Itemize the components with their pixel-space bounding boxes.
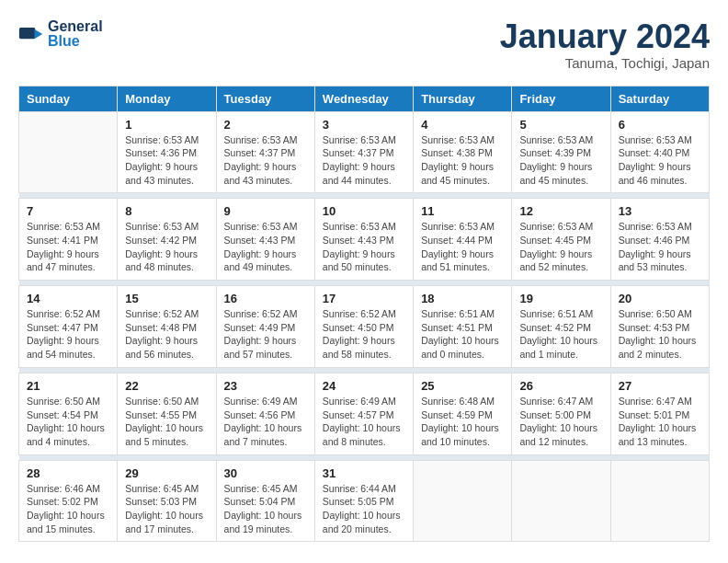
- day-number: 9: [224, 204, 307, 218]
- day-number: 3: [323, 118, 405, 132]
- day-header-sunday: Sunday: [19, 86, 118, 111]
- calendar-cell: 5Sunrise: 6:53 AM Sunset: 4:39 PM Daylig…: [512, 111, 610, 193]
- day-header-friday: Friday: [512, 86, 610, 111]
- logo-icon: [18, 21, 44, 47]
- day-number: 23: [224, 379, 307, 393]
- calendar-cell: [512, 460, 610, 542]
- day-detail: Sunrise: 6:53 AM Sunset: 4:43 PM Dayligh…: [224, 220, 307, 274]
- day-detail: Sunrise: 6:46 AM Sunset: 5:02 PM Dayligh…: [27, 482, 109, 536]
- day-detail: Sunrise: 6:49 AM Sunset: 4:57 PM Dayligh…: [323, 395, 405, 449]
- day-detail: Sunrise: 6:53 AM Sunset: 4:37 PM Dayligh…: [323, 133, 405, 188]
- day-number: 5: [519, 118, 602, 132]
- day-number: 27: [619, 379, 701, 393]
- day-detail: Sunrise: 6:52 AM Sunset: 4:49 PM Dayligh…: [224, 307, 307, 362]
- calendar-cell: [19, 111, 118, 193]
- calendar-cell: 31Sunrise: 6:44 AM Sunset: 5:05 PM Dayli…: [314, 460, 413, 542]
- calendar-cell: 12Sunrise: 6:53 AM Sunset: 4:45 PM Dayli…: [512, 199, 610, 281]
- calendar-week-row: 28Sunrise: 6:46 AM Sunset: 5:02 PM Dayli…: [19, 460, 710, 542]
- day-detail: Sunrise: 6:45 AM Sunset: 5:03 PM Dayligh…: [125, 482, 208, 536]
- day-number: 13: [619, 204, 701, 218]
- day-detail: Sunrise: 6:53 AM Sunset: 4:46 PM Dayligh…: [619, 220, 701, 274]
- day-detail: Sunrise: 6:50 AM Sunset: 4:54 PM Dayligh…: [27, 395, 109, 449]
- calendar-week-row: 7Sunrise: 6:53 AM Sunset: 4:41 PM Daylig…: [19, 199, 710, 281]
- day-detail: Sunrise: 6:53 AM Sunset: 4:43 PM Dayligh…: [323, 220, 405, 274]
- day-number: 28: [27, 466, 109, 480]
- calendar-cell: 21Sunrise: 6:50 AM Sunset: 4:54 PM Dayli…: [19, 373, 118, 454]
- day-detail: Sunrise: 6:45 AM Sunset: 5:04 PM Dayligh…: [224, 482, 307, 536]
- calendar-cell: 27Sunrise: 6:47 AM Sunset: 5:01 PM Dayli…: [610, 373, 709, 454]
- calendar-cell: 2Sunrise: 6:53 AM Sunset: 4:37 PM Daylig…: [216, 111, 314, 193]
- svg-marker-1: [35, 29, 43, 40]
- day-detail: Sunrise: 6:51 AM Sunset: 4:52 PM Dayligh…: [519, 307, 602, 362]
- calendar-cell: [414, 460, 512, 542]
- day-number: 8: [125, 204, 208, 218]
- day-detail: Sunrise: 6:53 AM Sunset: 4:36 PM Dayligh…: [125, 133, 208, 188]
- day-number: 21: [27, 379, 109, 393]
- day-number: 16: [224, 292, 307, 305]
- calendar-cell: 10Sunrise: 6:53 AM Sunset: 4:43 PM Dayli…: [314, 199, 413, 281]
- day-detail: Sunrise: 6:53 AM Sunset: 4:40 PM Dayligh…: [619, 133, 701, 188]
- day-header-wednesday: Wednesday: [314, 86, 413, 111]
- day-number: 19: [519, 292, 602, 305]
- month-title: January 2024: [500, 18, 710, 55]
- calendar-cell: 20Sunrise: 6:50 AM Sunset: 4:53 PM Dayli…: [610, 286, 709, 368]
- calendar-week-row: 1Sunrise: 6:53 AM Sunset: 4:36 PM Daylig…: [19, 111, 710, 193]
- day-number: 24: [323, 379, 405, 393]
- calendar-cell: 8Sunrise: 6:53 AM Sunset: 4:42 PM Daylig…: [118, 199, 216, 281]
- calendar-cell: 4Sunrise: 6:53 AM Sunset: 4:38 PM Daylig…: [414, 111, 512, 193]
- calendar-cell: 11Sunrise: 6:53 AM Sunset: 4:44 PM Dayli…: [414, 199, 512, 281]
- calendar-cell: 30Sunrise: 6:45 AM Sunset: 5:04 PM Dayli…: [216, 460, 314, 542]
- calendar-cell: 1Sunrise: 6:53 AM Sunset: 4:36 PM Daylig…: [118, 111, 216, 193]
- day-detail: Sunrise: 6:53 AM Sunset: 4:45 PM Dayligh…: [519, 220, 602, 274]
- day-detail: Sunrise: 6:53 AM Sunset: 4:41 PM Dayligh…: [27, 220, 109, 274]
- day-detail: Sunrise: 6:49 AM Sunset: 4:56 PM Dayligh…: [224, 395, 307, 449]
- calendar-cell: 7Sunrise: 6:53 AM Sunset: 4:41 PM Daylig…: [19, 199, 118, 281]
- day-number: 22: [125, 379, 208, 393]
- day-number: 18: [421, 292, 504, 305]
- day-detail: Sunrise: 6:51 AM Sunset: 4:51 PM Dayligh…: [421, 307, 504, 362]
- day-number: 10: [323, 204, 405, 218]
- day-header-thursday: Thursday: [414, 86, 512, 111]
- calendar-cell: 16Sunrise: 6:52 AM Sunset: 4:49 PM Dayli…: [216, 286, 314, 368]
- calendar-cell: 24Sunrise: 6:49 AM Sunset: 4:57 PM Dayli…: [314, 373, 413, 454]
- day-number: 14: [27, 292, 109, 305]
- day-detail: Sunrise: 6:53 AM Sunset: 4:38 PM Dayligh…: [421, 133, 504, 188]
- calendar-body: 1Sunrise: 6:53 AM Sunset: 4:36 PM Daylig…: [19, 111, 710, 542]
- day-number: 4: [421, 118, 504, 132]
- calendar-cell: 25Sunrise: 6:48 AM Sunset: 4:59 PM Dayli…: [414, 373, 512, 454]
- location: Tanuma, Tochigi, Japan: [500, 55, 710, 71]
- day-number: 6: [619, 118, 701, 132]
- calendar-cell: 19Sunrise: 6:51 AM Sunset: 4:52 PM Dayli…: [512, 286, 610, 368]
- day-detail: Sunrise: 6:50 AM Sunset: 4:55 PM Dayligh…: [125, 395, 208, 449]
- day-number: 15: [125, 292, 208, 305]
- page-header: General Blue January 2024 Tanuma, Tochig…: [18, 18, 710, 71]
- svg-rect-0: [19, 28, 36, 39]
- day-detail: Sunrise: 6:50 AM Sunset: 4:53 PM Dayligh…: [619, 307, 701, 362]
- calendar-cell: 13Sunrise: 6:53 AM Sunset: 4:46 PM Dayli…: [610, 199, 709, 281]
- calendar-cell: 29Sunrise: 6:45 AM Sunset: 5:03 PM Dayli…: [118, 460, 216, 542]
- day-detail: Sunrise: 6:53 AM Sunset: 4:39 PM Dayligh…: [519, 133, 602, 188]
- calendar-cell: 26Sunrise: 6:47 AM Sunset: 5:00 PM Dayli…: [512, 373, 610, 454]
- day-number: 7: [27, 204, 109, 218]
- day-number: 26: [519, 379, 602, 393]
- calendar-cell: 9Sunrise: 6:53 AM Sunset: 4:43 PM Daylig…: [216, 199, 314, 281]
- day-detail: Sunrise: 6:52 AM Sunset: 4:48 PM Dayligh…: [125, 307, 208, 362]
- day-detail: Sunrise: 6:47 AM Sunset: 5:00 PM Dayligh…: [519, 395, 602, 449]
- calendar-cell: 22Sunrise: 6:50 AM Sunset: 4:55 PM Dayli…: [118, 373, 216, 454]
- day-number: 31: [323, 466, 405, 480]
- calendar-cell: 18Sunrise: 6:51 AM Sunset: 4:51 PM Dayli…: [414, 286, 512, 368]
- calendar-header-row: SundayMondayTuesdayWednesdayThursdayFrid…: [19, 86, 710, 111]
- calendar-cell: 3Sunrise: 6:53 AM Sunset: 4:37 PM Daylig…: [314, 111, 413, 193]
- logo-line2: Blue: [48, 33, 103, 50]
- day-number: 25: [421, 379, 504, 393]
- calendar-cell: 6Sunrise: 6:53 AM Sunset: 4:40 PM Daylig…: [610, 111, 709, 193]
- day-detail: Sunrise: 6:52 AM Sunset: 4:50 PM Dayligh…: [323, 307, 405, 362]
- day-header-monday: Monday: [118, 86, 216, 111]
- day-number: 17: [323, 292, 405, 305]
- day-number: 20: [619, 292, 701, 305]
- calendar-table: SundayMondayTuesdayWednesdayThursdayFrid…: [18, 86, 710, 543]
- calendar-cell: 14Sunrise: 6:52 AM Sunset: 4:47 PM Dayli…: [19, 286, 118, 368]
- day-number: 29: [125, 466, 208, 480]
- day-detail: Sunrise: 6:53 AM Sunset: 4:42 PM Dayligh…: [125, 220, 208, 274]
- calendar-week-row: 14Sunrise: 6:52 AM Sunset: 4:47 PM Dayli…: [19, 286, 710, 368]
